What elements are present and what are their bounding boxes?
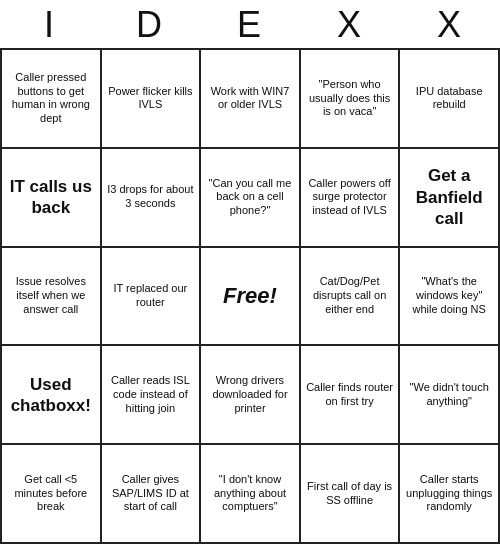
bingo-cell-14[interactable]: "What's the windows key" while doing NS	[400, 248, 500, 347]
bingo-cell-18[interactable]: Caller finds router on first try	[301, 346, 401, 445]
bingo-cell-13[interactable]: Cat/Dog/Pet disrupts call on either end	[301, 248, 401, 347]
title-row: I D E X X	[0, 0, 500, 48]
bingo-cell-7[interactable]: "Can you call me back on a cell phone?"	[201, 149, 301, 248]
bingo-cell-24[interactable]: Caller starts unplugging things randomly	[400, 445, 500, 544]
bingo-cell-3[interactable]: "Person who usually does this is on vaca…	[301, 50, 401, 149]
bingo-cell-4[interactable]: IPU database rebuild	[400, 50, 500, 149]
bingo-cell-8[interactable]: Caller powers off surge protector instea…	[301, 149, 401, 248]
bingo-cell-10[interactable]: Issue resolves itself when we answer cal…	[2, 248, 102, 347]
bingo-cell-6[interactable]: I3 drops for about 3 seconds	[102, 149, 202, 248]
bingo-cell-1[interactable]: Power flicker kills IVLS	[102, 50, 202, 149]
bingo-grid: Caller pressed buttons to get human in w…	[0, 48, 500, 544]
title-letter-x2: X	[406, 4, 494, 46]
bingo-cell-5[interactable]: IT calls us back	[2, 149, 102, 248]
bingo-cell-9[interactable]: Get a Banfield call	[400, 149, 500, 248]
bingo-cell-2[interactable]: Work with WIN7 or older IVLS	[201, 50, 301, 149]
bingo-cell-16[interactable]: Caller reads ISL code instead of hitting…	[102, 346, 202, 445]
title-letter-i: I	[6, 4, 94, 46]
bingo-page: I D E X X Caller pressed buttons to get …	[0, 0, 500, 544]
title-letter-e: E	[206, 4, 294, 46]
title-letter-d: D	[106, 4, 194, 46]
bingo-cell-19[interactable]: "We didn't touch anything"	[400, 346, 500, 445]
bingo-cell-12[interactable]: Free!	[201, 248, 301, 347]
bingo-cell-22[interactable]: "I don't know anything about comptuers"	[201, 445, 301, 544]
title-letter-x1: X	[306, 4, 394, 46]
bingo-cell-20[interactable]: Get call <5 minutes before break	[2, 445, 102, 544]
bingo-cell-15[interactable]: Used chatboxx!	[2, 346, 102, 445]
bingo-cell-0[interactable]: Caller pressed buttons to get human in w…	[2, 50, 102, 149]
bingo-cell-23[interactable]: First call of day is SS offline	[301, 445, 401, 544]
bingo-cell-21[interactable]: Caller gives SAP/LIMS ID at start of cal…	[102, 445, 202, 544]
bingo-cell-11[interactable]: IT replaced our router	[102, 248, 202, 347]
bingo-cell-17[interactable]: Wrong drivers downloaded for printer	[201, 346, 301, 445]
